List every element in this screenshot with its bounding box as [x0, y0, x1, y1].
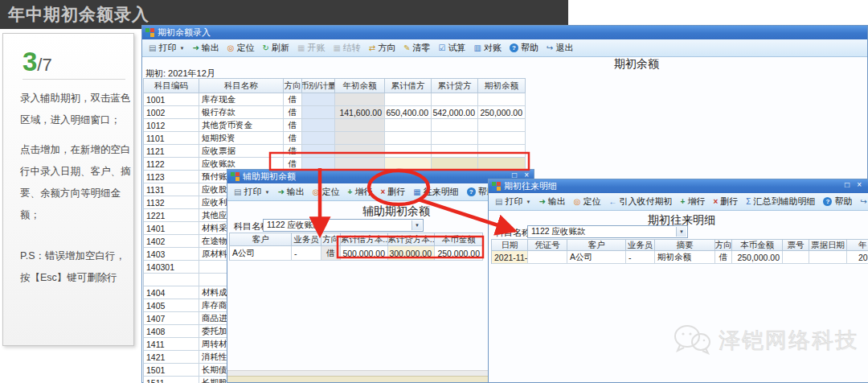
- toolbar-button-label: 输出: [287, 186, 305, 198]
- subject-label: 科目名称: [495, 227, 530, 239]
- header-cell[interactable]: 票据日期: [809, 240, 847, 251]
- header-cell[interactable]: 期初余额: [478, 79, 526, 93]
- print-button[interactable]: ▤打印▼: [230, 185, 273, 199]
- cell: 1123: [144, 171, 199, 183]
- reconcile-button[interactable]: ▥对账: [470, 41, 506, 55]
- header-cell[interactable]: 凭证号: [528, 240, 567, 251]
- instruction-panel: 3/7 录入辅助期初，双击蓝色区域，进入明细窗口； 点击增加，在新增的空白行中录…: [2, 33, 134, 346]
- cell: 1001: [144, 93, 199, 106]
- chevron-down-icon[interactable]: ▼: [676, 227, 686, 237]
- dropdown-icon[interactable]: ▼: [264, 190, 269, 195]
- export-button[interactable]: ➜输出: [273, 185, 308, 199]
- locate-button[interactable]: ◎定位: [570, 195, 605, 208]
- toolbar-button-label: 输出: [202, 42, 219, 54]
- cell: 1404: [144, 286, 199, 299]
- cell: 141,600.00: [335, 106, 385, 119]
- exit-icon: ↪: [547, 44, 553, 52]
- help-button[interactable]: ?帮助: [819, 195, 856, 208]
- delete-row-button[interactable]: ×删行: [376, 185, 409, 199]
- app-icon: [145, 28, 154, 37]
- close-button[interactable]: ×: [857, 180, 862, 189]
- instruction-text-ps: P.S：错误增加空白行，按【Esc】键可删除行: [20, 245, 133, 289]
- header-cell[interactable]: 本币金额: [435, 233, 483, 246]
- cell: 借: [715, 251, 732, 264]
- cell: A公司: [567, 251, 626, 264]
- refresh-button[interactable]: ↻刷新: [259, 41, 293, 55]
- help-button[interactable]: ?帮助: [506, 41, 542, 55]
- header-cell[interactable]: 年初余额: [335, 79, 385, 93]
- header-cell[interactable]: 科目编码: [144, 79, 199, 93]
- delete-row-icon: ×: [713, 198, 718, 206]
- exit-button[interactable]: ↪退出: [542, 41, 577, 55]
- instruction-text-1: 录入辅助期初，双击蓝色区域，进入明细窗口；: [20, 88, 133, 131]
- cell: [478, 119, 526, 132]
- add-row-button[interactable]: +增行: [677, 195, 710, 208]
- toolbar-button-label: 定位: [583, 196, 601, 208]
- delete-row-button[interactable]: ×删行: [709, 195, 742, 208]
- add-row-button[interactable]: +增行: [344, 185, 377, 199]
- header-cell[interactable]: 方向: [284, 79, 302, 93]
- chevron-down-icon[interactable]: ▼: [411, 220, 422, 230]
- clear-button[interactable]: ✎清零: [399, 41, 434, 55]
- page-title: 年中期初余额录入: [8, 3, 149, 26]
- print-button[interactable]: ▤打印▼: [145, 41, 188, 55]
- carryover-button[interactable]: ▦结转: [329, 41, 364, 55]
- export-icon: ➜: [538, 198, 545, 206]
- trial-balance-icon: ☑: [439, 44, 446, 52]
- exit-button[interactable]: ↪退出: [856, 195, 868, 208]
- header-cell[interactable]: 年: [847, 240, 868, 251]
- header-cell[interactable]: 方向: [321, 233, 341, 246]
- table-header-row: 科目编码科目名称方向币别/计量年初余额累计借方累计贷方期初余额: [144, 79, 526, 93]
- cell: 1121: [144, 145, 199, 158]
- dropdown-icon[interactable]: ▼: [526, 200, 530, 204]
- import-opening-button[interactable]: ←引入收付期初: [605, 195, 677, 208]
- help-icon: ?: [823, 197, 832, 206]
- locate-button[interactable]: ◎定位: [223, 41, 259, 55]
- aux-row[interactable]: A公司-借500,000.00300,000.00250,000.00: [230, 246, 483, 261]
- header-cell[interactable]: 客户: [230, 233, 292, 246]
- direction-button[interactable]: ⇄方向: [365, 41, 399, 55]
- current-detail-button[interactable]: ▦往来明细: [409, 185, 462, 199]
- account-row[interactable]: 1101短期投资借: [144, 132, 526, 145]
- header-cell[interactable]: 累计贷方本..: [388, 233, 435, 246]
- printer-icon: ▤: [149, 44, 156, 52]
- header-cell[interactable]: 票号: [783, 240, 809, 251]
- account-row[interactable]: 1012其他货币资金借: [144, 119, 526, 132]
- header-cell[interactable]: 累计借方: [385, 79, 432, 93]
- detail-row[interactable]: 2021-11-30A公司-期初余额借250,000.0020: [492, 251, 868, 264]
- header-cell[interactable]: 科目名称: [199, 79, 284, 93]
- maximize-button[interactable]: □: [845, 180, 850, 189]
- header-cell[interactable]: 方向: [715, 240, 732, 251]
- subject-combobox[interactable]: 1122 应收账款 ▼: [263, 219, 424, 232]
- cell: 250,000.00: [732, 251, 783, 264]
- account-row[interactable]: 1001库存现金借: [144, 93, 526, 106]
- print-button[interactable]: ▤打印▼: [491, 195, 534, 208]
- header-cell[interactable]: 日期: [492, 240, 528, 251]
- header-cell[interactable]: 累计贷方: [432, 79, 478, 93]
- dropdown-icon[interactable]: ▼: [179, 46, 184, 51]
- header-cell[interactable]: 本币金额: [732, 240, 783, 251]
- header-cell[interactable]: 币别/计量: [302, 79, 335, 93]
- export-button[interactable]: ➜输出: [534, 195, 569, 208]
- subject-combobox[interactable]: 1122 应收账款 ▼: [527, 225, 688, 238]
- summarize-button[interactable]: Σ汇总到辅助明细: [742, 195, 819, 208]
- cell: [302, 132, 335, 145]
- cell: [335, 145, 385, 158]
- locate-button[interactable]: ◎定位: [309, 185, 344, 199]
- table-header-row: 日期凭证号客户业务员摘要方向本币金额票号票据日期年: [492, 240, 868, 251]
- trial-balance-button[interactable]: ☑试算: [435, 41, 470, 55]
- header-cell[interactable]: 客户: [567, 240, 626, 251]
- export-button[interactable]: ➜输出: [188, 41, 223, 55]
- app-icon: [492, 182, 501, 191]
- cell: [432, 145, 478, 158]
- open-account-button[interactable]: ▦开账: [293, 41, 329, 55]
- account-row[interactable]: 1002银行存款借141,600.00650,400.00542,000.002…: [144, 106, 526, 119]
- cell: 借: [284, 132, 302, 145]
- help-icon: ?: [510, 43, 518, 52]
- header-cell[interactable]: 摘要: [655, 240, 715, 251]
- account-row[interactable]: 1121应收票据借: [144, 145, 526, 158]
- header-cell[interactable]: 累计借方本..: [341, 233, 388, 246]
- header-cell[interactable]: 业务员: [292, 233, 321, 246]
- cell: 期初余额: [655, 251, 715, 264]
- header-cell[interactable]: 业务员: [626, 240, 655, 251]
